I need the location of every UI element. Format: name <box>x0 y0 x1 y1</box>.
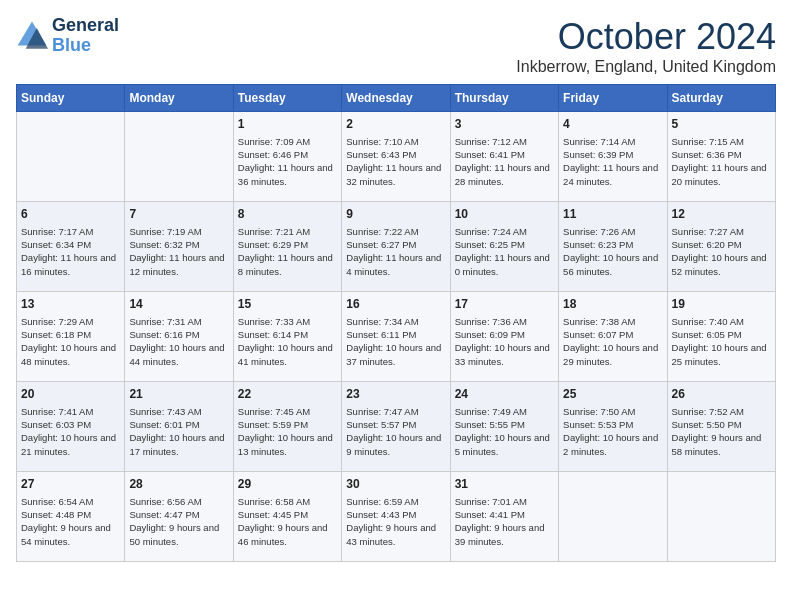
sunrise-text: Sunrise: 7:31 AM <box>129 315 228 328</box>
day-number: 1 <box>238 116 337 133</box>
header-day: Friday <box>559 85 667 112</box>
calendar-cell <box>125 112 233 202</box>
daylight-text: Daylight: 10 hours and 13 minutes. <box>238 431 337 458</box>
calendar-cell: 4Sunrise: 7:14 AMSunset: 6:39 PMDaylight… <box>559 112 667 202</box>
daylight-text: Daylight: 11 hours and 24 minutes. <box>563 161 662 188</box>
calendar-cell <box>559 472 667 562</box>
sunrise-text: Sunrise: 6:54 AM <box>21 495 120 508</box>
calendar-cell: 10Sunrise: 7:24 AMSunset: 6:25 PMDayligh… <box>450 202 558 292</box>
daylight-text: Daylight: 9 hours and 43 minutes. <box>346 521 445 548</box>
calendar-cell: 15Sunrise: 7:33 AMSunset: 6:14 PMDayligh… <box>233 292 341 382</box>
sunset-text: Sunset: 6:46 PM <box>238 148 337 161</box>
logo: General Blue <box>16 16 119 56</box>
daylight-text: Daylight: 10 hours and 56 minutes. <box>563 251 662 278</box>
sunrise-text: Sunrise: 7:38 AM <box>563 315 662 328</box>
calendar-cell: 16Sunrise: 7:34 AMSunset: 6:11 PMDayligh… <box>342 292 450 382</box>
daylight-text: Daylight: 11 hours and 28 minutes. <box>455 161 554 188</box>
calendar-table: SundayMondayTuesdayWednesdayThursdayFrid… <box>16 84 776 562</box>
calendar-cell: 14Sunrise: 7:31 AMSunset: 6:16 PMDayligh… <box>125 292 233 382</box>
sunrise-text: Sunrise: 7:17 AM <box>21 225 120 238</box>
calendar-cell: 22Sunrise: 7:45 AMSunset: 5:59 PMDayligh… <box>233 382 341 472</box>
calendar-week-row: 1Sunrise: 7:09 AMSunset: 6:46 PMDaylight… <box>17 112 776 202</box>
day-number: 30 <box>346 476 445 493</box>
daylight-text: Daylight: 10 hours and 17 minutes. <box>129 431 228 458</box>
daylight-text: Daylight: 10 hours and 52 minutes. <box>672 251 771 278</box>
sunrise-text: Sunrise: 7:49 AM <box>455 405 554 418</box>
calendar-cell: 23Sunrise: 7:47 AMSunset: 5:57 PMDayligh… <box>342 382 450 472</box>
header-day: Saturday <box>667 85 775 112</box>
calendar-cell <box>17 112 125 202</box>
sunrise-text: Sunrise: 7:50 AM <box>563 405 662 418</box>
calendar-cell: 25Sunrise: 7:50 AMSunset: 5:53 PMDayligh… <box>559 382 667 472</box>
daylight-text: Daylight: 10 hours and 2 minutes. <box>563 431 662 458</box>
day-number: 17 <box>455 296 554 313</box>
calendar-cell: 29Sunrise: 6:58 AMSunset: 4:45 PMDayligh… <box>233 472 341 562</box>
sunset-text: Sunset: 6:07 PM <box>563 328 662 341</box>
sunrise-text: Sunrise: 7:52 AM <box>672 405 771 418</box>
day-number: 24 <box>455 386 554 403</box>
sunrise-text: Sunrise: 7:14 AM <box>563 135 662 148</box>
sunset-text: Sunset: 4:48 PM <box>21 508 120 521</box>
daylight-text: Daylight: 10 hours and 5 minutes. <box>455 431 554 458</box>
sunset-text: Sunset: 6:23 PM <box>563 238 662 251</box>
sunrise-text: Sunrise: 7:33 AM <box>238 315 337 328</box>
daylight-text: Daylight: 11 hours and 16 minutes. <box>21 251 120 278</box>
sunset-text: Sunset: 6:25 PM <box>455 238 554 251</box>
sunrise-text: Sunrise: 7:21 AM <box>238 225 337 238</box>
logo-icon <box>16 20 48 52</box>
day-number: 10 <box>455 206 554 223</box>
day-number: 14 <box>129 296 228 313</box>
calendar-cell: 6Sunrise: 7:17 AMSunset: 6:34 PMDaylight… <box>17 202 125 292</box>
day-number: 19 <box>672 296 771 313</box>
day-number: 5 <box>672 116 771 133</box>
daylight-text: Daylight: 9 hours and 39 minutes. <box>455 521 554 548</box>
header-day: Monday <box>125 85 233 112</box>
calendar-cell: 26Sunrise: 7:52 AMSunset: 5:50 PMDayligh… <box>667 382 775 472</box>
daylight-text: Daylight: 9 hours and 46 minutes. <box>238 521 337 548</box>
sunrise-text: Sunrise: 7:41 AM <box>21 405 120 418</box>
sunset-text: Sunset: 5:59 PM <box>238 418 337 431</box>
day-number: 25 <box>563 386 662 403</box>
sunrise-text: Sunrise: 7:43 AM <box>129 405 228 418</box>
calendar-cell: 7Sunrise: 7:19 AMSunset: 6:32 PMDaylight… <box>125 202 233 292</box>
daylight-text: Daylight: 11 hours and 32 minutes. <box>346 161 445 188</box>
location-title: Inkberrow, England, United Kingdom <box>516 58 776 76</box>
sunset-text: Sunset: 4:41 PM <box>455 508 554 521</box>
calendar-cell: 31Sunrise: 7:01 AMSunset: 4:41 PMDayligh… <box>450 472 558 562</box>
sunset-text: Sunset: 6:43 PM <box>346 148 445 161</box>
sunrise-text: Sunrise: 7:01 AM <box>455 495 554 508</box>
daylight-text: Daylight: 10 hours and 41 minutes. <box>238 341 337 368</box>
calendar-cell: 2Sunrise: 7:10 AMSunset: 6:43 PMDaylight… <box>342 112 450 202</box>
calendar-cell: 21Sunrise: 7:43 AMSunset: 6:01 PMDayligh… <box>125 382 233 472</box>
sunset-text: Sunset: 6:36 PM <box>672 148 771 161</box>
sunset-text: Sunset: 6:41 PM <box>455 148 554 161</box>
calendar-cell: 11Sunrise: 7:26 AMSunset: 6:23 PMDayligh… <box>559 202 667 292</box>
daylight-text: Daylight: 9 hours and 54 minutes. <box>21 521 120 548</box>
sunset-text: Sunset: 6:11 PM <box>346 328 445 341</box>
sunrise-text: Sunrise: 7:47 AM <box>346 405 445 418</box>
sunrise-text: Sunrise: 7:36 AM <box>455 315 554 328</box>
calendar-body: 1Sunrise: 7:09 AMSunset: 6:46 PMDaylight… <box>17 112 776 562</box>
sunset-text: Sunset: 6:14 PM <box>238 328 337 341</box>
daylight-text: Daylight: 10 hours and 29 minutes. <box>563 341 662 368</box>
daylight-text: Daylight: 11 hours and 36 minutes. <box>238 161 337 188</box>
calendar-cell: 18Sunrise: 7:38 AMSunset: 6:07 PMDayligh… <box>559 292 667 382</box>
sunrise-text: Sunrise: 7:45 AM <box>238 405 337 418</box>
title-section: October 2024 Inkberrow, England, United … <box>516 16 776 76</box>
day-number: 29 <box>238 476 337 493</box>
calendar-cell: 8Sunrise: 7:21 AMSunset: 6:29 PMDaylight… <box>233 202 341 292</box>
sunrise-text: Sunrise: 7:27 AM <box>672 225 771 238</box>
sunset-text: Sunset: 6:18 PM <box>21 328 120 341</box>
calendar-cell <box>667 472 775 562</box>
daylight-text: Daylight: 11 hours and 4 minutes. <box>346 251 445 278</box>
day-number: 16 <box>346 296 445 313</box>
day-number: 28 <box>129 476 228 493</box>
day-number: 2 <box>346 116 445 133</box>
calendar-cell: 12Sunrise: 7:27 AMSunset: 6:20 PMDayligh… <box>667 202 775 292</box>
sunrise-text: Sunrise: 7:15 AM <box>672 135 771 148</box>
calendar-cell: 27Sunrise: 6:54 AMSunset: 4:48 PMDayligh… <box>17 472 125 562</box>
header-day: Tuesday <box>233 85 341 112</box>
sunrise-text: Sunrise: 7:24 AM <box>455 225 554 238</box>
day-number: 18 <box>563 296 662 313</box>
calendar-cell: 28Sunrise: 6:56 AMSunset: 4:47 PMDayligh… <box>125 472 233 562</box>
